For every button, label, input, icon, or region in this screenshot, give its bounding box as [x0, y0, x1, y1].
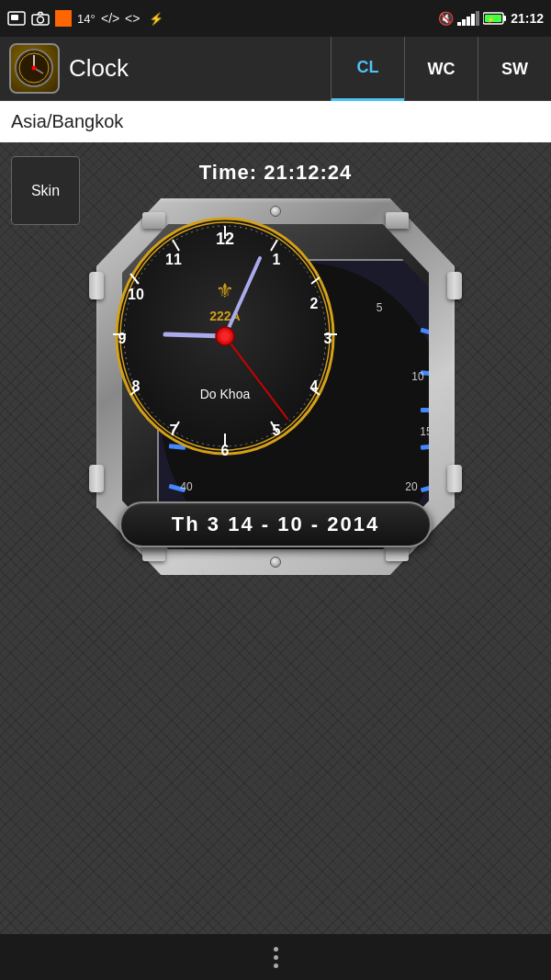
dot-3: [274, 963, 278, 968]
bracket-icon: <>: [125, 11, 143, 26]
timezone-bar: Asia/Bangkok: [0, 101, 551, 142]
svg-text:9: 9: [118, 331, 127, 346]
date-value: Th 3 14 - 10 - 2014: [172, 513, 379, 535]
status-bar: 14° </> <> ⚡ 🔇 ⚡ 21:12: [0, 0, 551, 37]
status-time: 21:12: [511, 11, 544, 26]
watch-container: 60 5 10 15 20 25 30 35 40: [96, 198, 455, 575]
svg-text:20: 20: [405, 480, 418, 493]
svg-text:3: 3: [324, 331, 332, 346]
battery-icon: ⚡: [483, 12, 507, 25]
dot-2: [274, 955, 278, 960]
app-icon: [9, 43, 60, 94]
svg-rect-7: [457, 22, 461, 26]
tab-wc[interactable]: WC: [404, 37, 478, 101]
bottom-bar: [0, 934, 551, 980]
code-icon: </>: [101, 11, 119, 26]
svg-point-20: [32, 66, 37, 71]
svg-text:40: 40: [180, 480, 193, 493]
main-content: Skin Time: 21:12:24: [0, 142, 551, 934]
side-btn-right-bot: [447, 465, 462, 492]
time-label: Time:: [199, 161, 257, 184]
svg-rect-10: [471, 14, 475, 26]
svg-rect-8: [462, 19, 466, 26]
svg-text:⚡: ⚡: [487, 16, 495, 24]
timezone-label: Asia/Bangkok: [11, 111, 123, 132]
date-display: Th 3 14 - 10 - 2014: [119, 501, 432, 547]
svg-text:⚜: ⚜: [216, 279, 234, 302]
tab-sw[interactable]: SW: [478, 37, 551, 101]
svg-text:10: 10: [128, 287, 144, 302]
app-title: Clock: [69, 54, 331, 83]
status-icons-left: 14° </> <> ⚡: [7, 10, 165, 27]
svg-text:1: 1: [273, 252, 281, 267]
svg-rect-13: [503, 16, 506, 21]
time-value: 21:12:24: [264, 161, 352, 184]
notification-icon: [55, 10, 72, 27]
dot-1: [274, 947, 278, 952]
signal-icon: [457, 11, 479, 26]
clock-face: 12 1 2 3 4 5 6 7 8 9 10 11 ⚜: [96, 198, 354, 474]
usb-icon: ⚡: [149, 11, 165, 26]
svg-text:11: 11: [165, 252, 182, 267]
svg-text:⚡: ⚡: [149, 11, 164, 26]
volume-icon: 🔇: [438, 11, 454, 26]
svg-rect-1: [11, 15, 18, 20]
side-btn-right-top: [447, 272, 462, 299]
lug-top-right: [386, 212, 409, 229]
camera-icon: [31, 11, 50, 26]
sim-icon: [7, 11, 26, 26]
header-tabs: CL WC SW: [331, 37, 551, 100]
svg-point-3: [38, 17, 44, 23]
more-menu-button[interactable]: [274, 947, 278, 968]
app-header: Clock CL WC SW: [0, 37, 551, 101]
svg-rect-11: [476, 11, 479, 26]
temperature: 14°: [77, 12, 96, 26]
skin-label: Skin: [31, 183, 60, 199]
svg-text:2: 2: [310, 296, 319, 311]
svg-text:<>: <>: [125, 11, 140, 26]
time-display: Time: 21:12:24: [199, 161, 352, 185]
svg-point-83: [221, 332, 229, 340]
connector-bottom: [270, 557, 281, 568]
svg-text:</>: </>: [101, 11, 119, 26]
svg-text:10: 10: [411, 370, 424, 383]
skin-button[interactable]: Skin: [11, 156, 80, 225]
status-icons-right: 🔇 ⚡ 21:12: [438, 11, 544, 26]
svg-text:5: 5: [377, 301, 383, 314]
svg-rect-9: [467, 17, 470, 26]
svg-text:Do Khoa: Do Khoa: [200, 387, 251, 401]
tab-cl[interactable]: CL: [331, 37, 404, 101]
